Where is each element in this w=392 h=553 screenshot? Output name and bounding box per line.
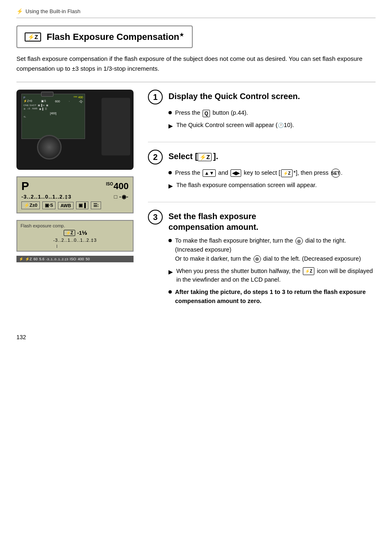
status-shutter: 60 xyxy=(34,257,38,261)
step-3-number: 3 xyxy=(148,210,163,224)
bullet-dot xyxy=(168,290,172,294)
cam-screen-row2: ⚡Z+0▣S600·-Q- xyxy=(23,99,83,103)
page-number: 132 xyxy=(16,334,376,340)
set-button-inline: SET xyxy=(331,169,340,178)
content-area: P ⁰⁸⁸ 400 ⚡Z+0▣S600·-Q- ONE SHOT▣▐ iii▣ … xyxy=(16,90,376,317)
step-1-header: 1 Display the Quick Control screen. xyxy=(148,90,376,104)
step-2-header: 2 Select [⚡Z]. xyxy=(148,150,376,164)
fcs-indicator-bar xyxy=(38,243,112,248)
fcs-title: Flash exposure comp. xyxy=(21,223,129,228)
step-3-bullet-3: After taking the picture, do steps 1 to … xyxy=(168,288,376,306)
camera-body-right xyxy=(101,98,130,155)
dial-icon-1: ◎ xyxy=(295,237,303,245)
camera-flash-unit xyxy=(41,92,53,97)
step-1-title: Display the Quick Control screen. xyxy=(168,90,300,102)
step-1-content: Press the Q button (p.44). ▶ The Quick C… xyxy=(148,109,376,130)
status-fec: ⚡Z xyxy=(25,257,32,261)
lcd-right-icons: □ -◉- xyxy=(114,194,129,200)
step-2-content: Press the ▲▼ and ◀▶ key to select [⚡Z*],… xyxy=(148,169,376,190)
lcd-mode: P xyxy=(21,180,29,192)
arrow-icon: ▶ xyxy=(168,122,173,130)
step-3-bullet-1: To make the flash exposure brighter, tur… xyxy=(168,236,376,263)
camera-image: P ⁰⁸⁸ 400 ⚡Z+0▣S600·-Q- ONE SHOT▣▐ iii▣ … xyxy=(16,90,134,170)
step-3-bullet-2: ▶ When you press the shutter button half… xyxy=(168,267,376,285)
flash-comp-screen: Flash exposure comp. ⚡Z -1⅓ -3..2..1..0.… xyxy=(16,220,134,252)
lcd-iso-label: ISO xyxy=(106,181,113,186)
fcs-value: ⚡Z -1⅓ xyxy=(21,230,129,236)
fcs-flash-icon: ⚡Z xyxy=(64,230,75,236)
step-divider-2 xyxy=(148,202,376,202)
section-title: Flash Exposure Compensation★ xyxy=(47,31,185,42)
step-2-block: 2 Select [⚡Z]. Press the ▲▼ and ◀▶ key t… xyxy=(148,150,376,190)
step-2-bullet-2: ▶ The flash exposure compensation screen… xyxy=(168,181,376,190)
header-label: Using the Built-in Flash xyxy=(25,8,81,14)
status-aperture: 5.6 xyxy=(39,257,45,261)
camera-lens xyxy=(37,135,62,160)
intro-paragraph: Set flash exposure compensation if the f… xyxy=(16,54,376,74)
lcd-iso: ISO 400 xyxy=(106,181,129,192)
step-1-bullet-2-text: The Quick Control screen will appear (🕐1… xyxy=(176,121,294,130)
left-column: P ⁰⁸⁸ 400 ⚡Z+0▣S600·-Q- ONE SHOT▣▐ iii▣ … xyxy=(16,90,148,317)
step-3-bullet-1-text: To make the flash exposure brighter, tur… xyxy=(175,236,376,263)
step-2-title: Select [⚡Z]. xyxy=(168,150,218,162)
fcs-marker xyxy=(57,245,57,248)
av-key-inline: ▲▼ xyxy=(203,169,216,177)
lcd-scale: -3..2..1..0..1..2.‡3 xyxy=(21,194,71,200)
step-2-number: 2 xyxy=(148,150,163,164)
lcd-row3: ⚡Z±0 ▣·S AWB ▣▐ ☰: xyxy=(21,201,129,209)
lr-key-inline: ◀▶ xyxy=(231,169,241,177)
cam-screen-row6: 4L xyxy=(23,116,83,118)
bullet-dot xyxy=(168,239,172,242)
fec-inline-icon: ⚡Z xyxy=(281,169,293,177)
step-2-bullet-1: Press the ▲▼ and ◀▶ key to select [⚡Z*],… xyxy=(168,169,376,178)
step-1-block: 1 Display the Quick Control screen. Pres… xyxy=(148,90,376,130)
flash-icon-header: ⚡ xyxy=(16,8,23,14)
status-bar: ⚡ ⚡Z 60 5.6 -3..1..0..1..2.‡3 ISO 400 50 xyxy=(16,256,134,262)
status-shots: 50 xyxy=(85,257,90,261)
lcd-wb-box: AWB xyxy=(58,202,74,209)
lcd-menu-box: ☰: xyxy=(91,201,101,209)
cam-screen-row5: [400] xyxy=(23,112,83,115)
bullet-dot xyxy=(168,111,172,114)
fcs-compensation-value: -1⅓ xyxy=(77,230,88,236)
step-3-content: To make the flash exposure brighter, tur… xyxy=(148,236,376,305)
lcd-target-icon: -◉- xyxy=(119,194,129,200)
step-3-header: 3 Set the flash exposurecompensation amo… xyxy=(148,210,376,232)
status-iso-value: 400 xyxy=(78,257,84,261)
fec-section-icon: ⚡Z xyxy=(25,32,41,42)
cam-screen-row3: ONE SHOT▣▐ iii▣ xyxy=(23,104,83,106)
status-iso-label: ISO xyxy=(70,257,76,261)
lcd-row2: -3..2..1..0..1..2.‡3 □ -◉- xyxy=(21,194,129,200)
step-3-block: 3 Set the flash exposurecompensation amo… xyxy=(148,210,376,305)
dial-icon-2: ◎ xyxy=(254,255,261,263)
lcd-af-box: ▣▐ xyxy=(76,201,88,209)
fcs-scale: -3..2..1..0..1..2.‡3 xyxy=(21,238,129,243)
cam-screen-row4: ⑧⌂SAWB▣▐☰ xyxy=(23,107,83,110)
step-1-bullet-1-text: Press the Q button (p.44). xyxy=(175,109,248,118)
top-header: ⚡ Using the Built-in Flash xyxy=(16,8,376,18)
star-symbol: ★ xyxy=(179,31,184,38)
bullet-dot xyxy=(168,171,172,174)
step-1-bullet-2: ▶ The Quick Control screen will appear (… xyxy=(168,121,376,130)
cam-screen-row1: P ⁰⁸⁸ 400 xyxy=(23,96,83,99)
step-2-bullet-1-text: Press the ▲▼ and ◀▶ key to select [⚡Z*],… xyxy=(175,169,343,178)
step-1-bullet-1: Press the Q button (p.44). xyxy=(168,109,376,118)
right-column: 1 Display the Quick Control screen. Pres… xyxy=(148,90,376,317)
step-1-number: 1 xyxy=(148,90,163,104)
camera-screen: P ⁰⁸⁸ 400 ⚡Z+0▣S600·-Q- ONE SHOT▣▐ iii▣ … xyxy=(21,94,85,139)
q-button-inline: Q xyxy=(203,110,210,117)
lcd-row1: P ISO 400 xyxy=(21,180,129,192)
lcd-square-icon: □ xyxy=(114,194,118,200)
arrow-icon: ▶ xyxy=(168,268,173,276)
lcd-drive-box: ▣·S xyxy=(42,201,55,209)
arrow-icon: ▶ xyxy=(168,182,173,190)
section-title-box: ⚡Z Flash Exposure Compensation★ xyxy=(16,25,193,48)
fcs-indicator xyxy=(21,243,129,248)
lcd-flash-comp-box: ⚡Z±0 xyxy=(21,201,40,209)
step-3-bullet-2-text: When you press the shutter button halfwa… xyxy=(176,267,376,285)
step-divider-1 xyxy=(148,142,376,142)
lcd-panel: P ISO 400 -3..2..1..0..1..2.‡3 □ -◉- ⚡Z±… xyxy=(16,176,134,213)
lcd-iso-value: 400 xyxy=(113,181,129,192)
main-divider xyxy=(16,82,376,82)
status-flash: ⚡ xyxy=(19,257,23,261)
